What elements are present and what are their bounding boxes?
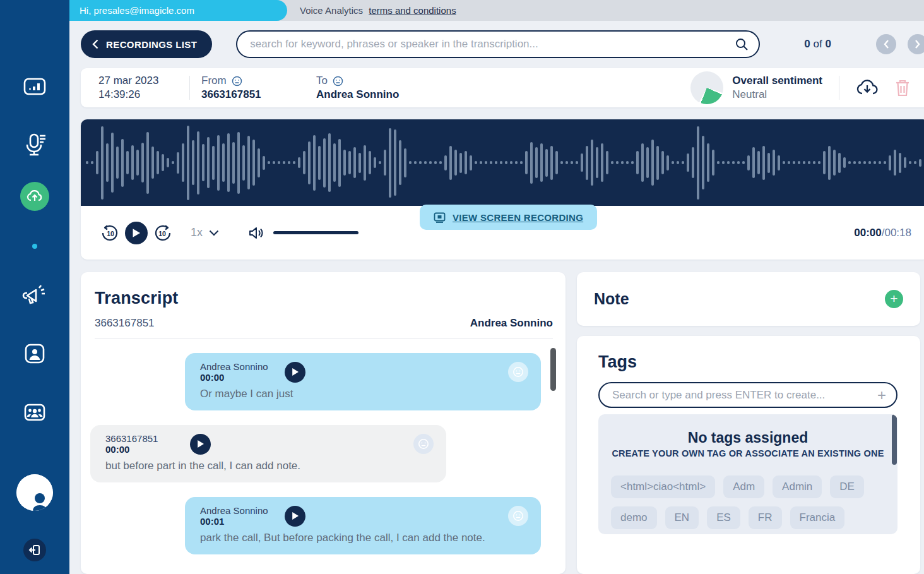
play-message-button[interactable]: [190, 434, 211, 455]
message-sentiment-face-icon: [508, 362, 528, 382]
cloud-upload-icon[interactable]: [20, 182, 49, 211]
recording-time: 14:39:26: [98, 88, 189, 102]
tag-chip[interactable]: DE: [830, 475, 864, 498]
note-panel: Note +: [577, 272, 920, 326]
waveform-bar: [263, 156, 265, 170]
play-message-button[interactable]: [285, 506, 305, 527]
waveform-bar: [702, 136, 704, 189]
waveform-bar: [429, 161, 432, 164]
waveform-bar: [434, 161, 437, 164]
waveform-bar: [666, 155, 669, 170]
waveform-bar: [495, 161, 497, 164]
waveform-bar: [167, 158, 169, 167]
result-counter: 0 of 0: [804, 38, 831, 51]
voice-analytics-app: Hi, presales@imagicle.com Voice Analytic…: [0, 0, 924, 574]
volume-control: [248, 225, 358, 241]
message-timestamp: 00:00: [105, 444, 176, 455]
waveform-bar: [757, 151, 760, 174]
add-note-button[interactable]: +: [885, 290, 903, 308]
tag-chip[interactable]: FR: [749, 506, 782, 529]
delete-recording-button[interactable]: [894, 78, 911, 98]
waveform-bar: [838, 153, 841, 173]
message-speaker: 3663167851: [105, 433, 176, 444]
waveform-bar: [515, 161, 518, 164]
waveform-bar: [444, 155, 447, 170]
terms-link[interactable]: terms and conditions: [369, 5, 456, 16]
message-sentiment-face-icon: [413, 434, 434, 454]
recording-datetime: 27 mar 2023 14:39:26: [81, 74, 189, 102]
playback-speed-dropdown[interactable]: 1x: [191, 226, 219, 239]
waveform-bar: [626, 161, 629, 164]
waveform-bar: [384, 150, 386, 176]
announcements-icon[interactable]: [20, 280, 50, 311]
to-label: To: [316, 75, 328, 87]
speaker-icon[interactable]: [248, 225, 264, 241]
logout-icon[interactable]: [23, 539, 46, 561]
waveform-bar: [677, 161, 679, 164]
tag-chip[interactable]: EN: [665, 506, 699, 529]
play-message-button[interactable]: [285, 362, 305, 383]
waveform-bar: [439, 161, 442, 164]
users-icon[interactable]: [20, 398, 49, 427]
contact-card-icon[interactable]: [20, 339, 49, 368]
transcript-scrollbar[interactable]: [550, 348, 556, 391]
waveform-bar: [358, 153, 361, 173]
sidebar: [0, 0, 69, 574]
transcript-panel: Transcript 3663167851 Andrea Sonnino And…: [81, 272, 566, 574]
waveform-bar: [394, 129, 396, 196]
waveform-bar: [151, 146, 154, 179]
waveform-bar: [727, 161, 730, 164]
waveform-bar: [636, 151, 639, 174]
transcription-search-input[interactable]: [250, 38, 735, 51]
waveform-bar: [197, 131, 199, 194]
tag-chip[interactable]: <html>ciao<html>: [611, 475, 715, 498]
waveform-bar: [661, 151, 664, 174]
play-icon: [292, 368, 299, 376]
screen-icon: [434, 212, 446, 223]
waveform-bar: [823, 151, 826, 174]
waveform-bar: [146, 132, 149, 194]
cloud-download-icon: [856, 78, 879, 97]
view-screen-recording-link[interactable]: VIEW SCREEN RECORDING: [420, 205, 597, 230]
waveform-bar: [783, 161, 785, 164]
waveform-bar: [767, 153, 770, 173]
waveform-bar: [687, 153, 689, 172]
previous-recording-button[interactable]: [876, 34, 896, 54]
rewind-10-button[interactable]: 10: [100, 222, 121, 244]
waveform-bar: [717, 161, 720, 164]
recordings-list-button[interactable]: RECORDINGS LIST: [81, 30, 212, 58]
recordings-icon[interactable]: [20, 129, 49, 158]
volume-slider[interactable]: [273, 231, 358, 234]
waveform-bar: [697, 126, 699, 200]
waveform-bar: [540, 143, 543, 182]
from-value: 3663167851: [201, 88, 305, 101]
forward-10-button[interactable]: 10: [151, 222, 173, 244]
waveform-bar: [909, 161, 911, 164]
transcript-message: 366316785100:00but before part in the ca…: [90, 425, 446, 482]
top-strip: Hi, presales@imagicle.com Voice Analytic…: [69, 0, 924, 21]
add-tag-icon[interactable]: +: [877, 388, 886, 403]
chevron-left-icon: [92, 39, 98, 49]
tag-chip[interactable]: Admin: [773, 475, 822, 498]
search-icon[interactable]: [735, 37, 749, 51]
waveform-bar: [111, 133, 114, 193]
waveform-bar: [252, 140, 255, 186]
waveform-bar: [86, 161, 88, 164]
analytics-icon[interactable]: [20, 72, 49, 101]
tag-chip[interactable]: Adm: [723, 475, 764, 498]
tag-chip[interactable]: Francia: [790, 506, 845, 529]
tag-chip[interactable]: demo: [611, 506, 657, 529]
play-button[interactable]: [125, 222, 148, 244]
download-recording-button[interactable]: [856, 78, 879, 97]
user-greeting-pill[interactable]: Hi, presales@imagicle.com: [69, 0, 287, 21]
waveform-bar: [348, 151, 351, 174]
user-avatar[interactable]: [16, 474, 53, 511]
waveform[interactable]: [81, 119, 924, 206]
waveform-bar: [742, 161, 745, 164]
next-recording-button[interactable]: [908, 34, 924, 54]
tags-scrollbar[interactable]: [892, 414, 897, 465]
tag-search-input[interactable]: [612, 389, 877, 402]
tag-chip[interactable]: ES: [707, 506, 740, 529]
waveform-bar: [333, 143, 336, 182]
waveform-bar: [525, 151, 528, 174]
